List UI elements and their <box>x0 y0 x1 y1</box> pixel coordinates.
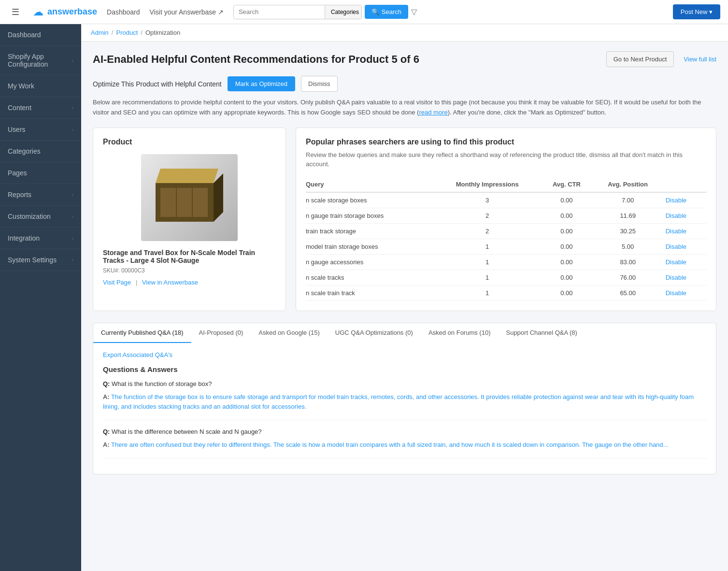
table-row: model train storage boxes 1 0.00 5.00 Di… <box>306 239 706 254</box>
qa-answer: A: There are often confused but they ref… <box>103 440 706 450</box>
sidebar-item-pages[interactable]: Pages <box>0 162 81 184</box>
content-area: AI-Enabled Helpful Content Recommendatio… <box>81 42 728 484</box>
breadcrumb: Admin / Product / Optimization <box>81 24 728 42</box>
sidebar-item-users[interactable]: Users› <box>0 119 81 141</box>
page-header: AI-Enabled Helpful Content Recommendatio… <box>93 51 716 67</box>
phrases-title: Popular phrases searchers are using to f… <box>306 138 706 146</box>
search-area: Categories 🔍 Search ▽ <box>233 5 417 19</box>
disable-link[interactable]: Disable <box>666 223 706 239</box>
tab-ai-proposed--0-[interactable]: AI-Proposed (0) <box>191 323 251 343</box>
hamburger-button[interactable]: ☰ <box>8 5 23 19</box>
logo-text: answerbase <box>47 7 97 17</box>
product-card-title: Product <box>103 138 276 146</box>
breadcrumb-admin[interactable]: Admin <box>91 29 109 36</box>
two-column-section: Product <box>93 128 716 311</box>
sidebar-item-content[interactable]: Content› <box>0 97 81 119</box>
sidebar-item-my-work[interactable]: My Work <box>0 75 81 97</box>
sidebar-item-categories[interactable]: Categories <box>0 141 81 162</box>
tab-support-channel-q-a--8-[interactable]: Support Channel Q&A (8) <box>498 323 585 343</box>
product-image-area <box>103 154 276 241</box>
export-link[interactable]: Export Associated Q&A's <box>103 351 172 358</box>
search-input-wrap: Categories <box>233 5 362 19</box>
disable-link[interactable]: Disable <box>666 208 706 223</box>
svg-marker-2 <box>214 173 223 222</box>
col-monthly: Monthly Impressions <box>436 177 543 192</box>
qa-header: Questions & Answers <box>103 365 706 373</box>
optimize-bar: Optimize This Product with Helpful Conte… <box>93 76 716 92</box>
chevron-icon: › <box>71 214 73 219</box>
breadcrumb-sep-2: / <box>141 29 143 36</box>
dismiss-button[interactable]: Dismiss <box>301 76 338 92</box>
search-input[interactable] <box>234 5 325 18</box>
phrases-subtitle: Review the below queries and make sure t… <box>306 150 706 169</box>
breadcrumb-optimization: Optimization <box>145 29 180 36</box>
col-action <box>666 177 706 192</box>
category-select[interactable]: Categories <box>325 5 362 19</box>
sidebar-item-dashboard[interactable]: Dashboard <box>0 24 81 46</box>
disable-link[interactable]: Disable <box>666 254 706 270</box>
search-button[interactable]: 🔍 Search <box>365 5 408 19</box>
chevron-icon: › <box>71 57 73 63</box>
sidebar-item-customization[interactable]: Customization› <box>0 206 81 228</box>
top-nav: ☰ ☁ answerbase Dashboard Visit your Answ… <box>0 0 728 24</box>
breadcrumb-product[interactable]: Product <box>116 29 138 36</box>
visit-page-link[interactable]: Visit Page <box>103 279 131 286</box>
go-next-button[interactable]: Go to Next Product <box>606 51 674 67</box>
chevron-icon: › <box>71 235 73 241</box>
product-links-sep: | <box>136 279 139 286</box>
phrases-card: Popular phrases searchers are using to f… <box>296 128 716 311</box>
qa-answer: A: The function of the storage box is to… <box>103 392 706 413</box>
logo: ☁ answerbase <box>33 6 97 18</box>
post-new-button[interactable]: Post New ▾ <box>673 4 720 19</box>
main-content: Admin / Product / Optimization AI-Enable… <box>81 24 728 571</box>
filter-icon[interactable]: ▽ <box>411 7 417 16</box>
sidebar-item-system-settings[interactable]: System Settings› <box>0 249 81 271</box>
sidebar-item-shopify-app-configuration[interactable]: Shopify App Configuration› <box>0 46 81 75</box>
qa-item: Q: What is the difference between N scal… <box>103 428 706 458</box>
qa-item: Q: What is the function of storage box? … <box>103 380 706 421</box>
visit-answerbase-link[interactable]: Visit your Answerbase ↗ <box>150 8 224 16</box>
table-row: n scale train track 1 0.00 65.00 Disable <box>306 285 706 300</box>
product-image <box>141 154 238 241</box>
col-position: Avg. Position <box>595 177 666 192</box>
table-row: n gauge accessories 1 0.00 83.00 Disable <box>306 254 706 270</box>
svg-marker-1 <box>156 169 218 183</box>
qa-question: Q: What is the function of storage box? <box>103 380 706 387</box>
search-icon: 🔍 <box>371 8 379 15</box>
sidebar: DashboardShopify App Configuration›My Wo… <box>0 24 81 571</box>
tab-currently-published-q-a--18-[interactable]: Currently Published Q&A (18) <box>93 323 191 343</box>
table-row: train track storage 2 0.00 30.25 Disable <box>306 223 706 239</box>
tab-asked-on-google--15-[interactable]: Asked on Google (15) <box>251 323 327 343</box>
phrases-table-body: n scale storage boxes 3 0.00 7.00 Disabl… <box>306 192 706 301</box>
table-row: n gauge train storage boxes 2 0.00 11.69… <box>306 208 706 223</box>
chevron-icon: › <box>71 127 73 132</box>
qa-question: Q: What is the difference between N scal… <box>103 428 706 435</box>
disable-link[interactable]: Disable <box>666 239 706 254</box>
read-more-link[interactable]: read more <box>419 109 447 116</box>
optimize-label: Optimize This Product with Helpful Conte… <box>93 80 222 88</box>
view-in-answerbase-link[interactable]: View in Answerbase <box>142 279 198 286</box>
phrases-table: Query Monthly Impressions Avg. CTR Avg. … <box>306 177 706 301</box>
table-row: n scale storage boxes 3 0.00 7.00 Disabl… <box>306 192 706 208</box>
disable-link[interactable]: Disable <box>666 192 706 208</box>
tab-asked-on-forums--10-[interactable]: Asked on Forums (10) <box>421 323 499 343</box>
product-links: Visit Page | View in Answerbase <box>103 279 276 286</box>
sidebar-item-reports[interactable]: Reports› <box>0 184 81 206</box>
layout: DashboardShopify App Configuration›My Wo… <box>0 24 728 571</box>
dashboard-link[interactable]: Dashboard <box>107 8 140 16</box>
mark-optimized-button[interactable]: Mark as Optimized <box>228 76 295 91</box>
table-row: n scale tracks 1 0.00 76.00 Disable <box>306 270 706 285</box>
tab-ugc-q-a-optimizations--0-[interactable]: UGC Q&A Optimizations (0) <box>328 323 421 343</box>
tabs-bar: Currently Published Q&A (18)AI-Proposed … <box>93 323 716 343</box>
disable-link[interactable]: Disable <box>666 285 706 300</box>
qa-section: Export Associated Q&A's Questions & Answ… <box>93 343 716 474</box>
col-query: Query <box>306 177 436 192</box>
disable-link[interactable]: Disable <box>666 270 706 285</box>
breadcrumb-sep-1: / <box>112 29 114 36</box>
product-name: Storage and Travel Box for N-Scale Model… <box>103 249 276 264</box>
product-card: Product <box>93 128 286 311</box>
chevron-icon: › <box>71 105 73 111</box>
sidebar-item-integration[interactable]: Integration› <box>0 228 81 249</box>
svg-marker-3 <box>160 188 209 217</box>
view-full-list-link[interactable]: View full list <box>684 56 716 63</box>
